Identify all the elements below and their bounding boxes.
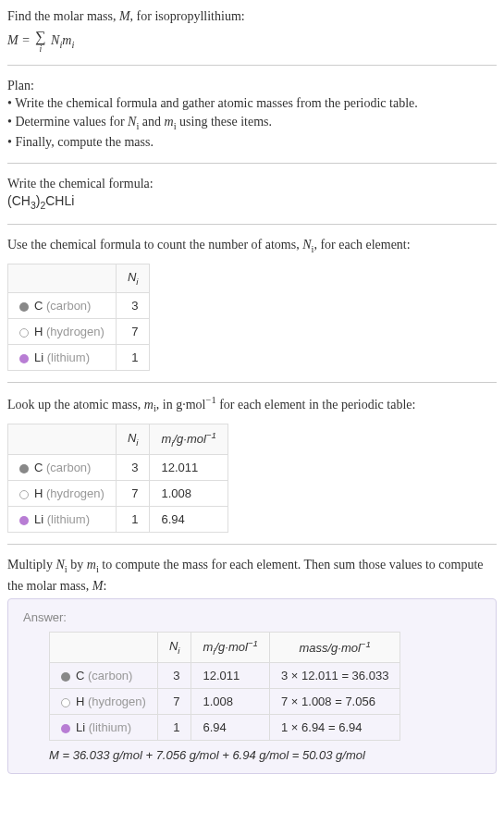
- compute-prefix: Multiply: [7, 558, 56, 572]
- chem-p3: CHLi: [45, 193, 74, 208]
- sigma-icon: ∑: [35, 29, 45, 44]
- empty-header: [8, 424, 117, 455]
- intro-var-m: M: [119, 9, 130, 23]
- formula-lhs: M: [7, 33, 18, 47]
- hydrogen-count: 7: [116, 319, 150, 345]
- compute-mid1: by: [68, 558, 87, 572]
- ni-header: Ni: [116, 264, 150, 293]
- ni-header-sub: i: [136, 277, 138, 287]
- carbon-symbol: C: [34, 299, 43, 313]
- carbon-count: 3: [157, 663, 191, 689]
- carbon-symbol: C: [76, 669, 84, 682]
- chem-formula-section: Write the chemical formula: (CH3)2CHLi: [7, 175, 497, 213]
- chem-title: Write the chemical formula:: [7, 175, 497, 193]
- mi-header: mi/g·mol−1: [191, 633, 270, 663]
- mi-header-unit: /g·mol: [215, 640, 247, 654]
- count-suffix: , for each element:: [313, 238, 410, 252]
- lookup-prefix: Look up the atomic mass,: [7, 398, 144, 412]
- lookup-mid: , in g·mol: [156, 398, 206, 412]
- hydrogen-name: (hydrogen): [88, 695, 146, 708]
- carbon-count: 3: [116, 455, 150, 481]
- hydrogen-dot-icon: [19, 328, 29, 338]
- plan-b2-suffix: using these items.: [177, 115, 272, 129]
- mi-header-sup: −1: [248, 638, 258, 648]
- intro-text: Find the molar mass, M, for isopropyllit…: [7, 7, 497, 26]
- lithium-mass: 6.94: [150, 507, 228, 533]
- carbon-name: (carbon): [46, 461, 91, 474]
- mass-header: mass/g·mol−1: [270, 633, 400, 663]
- compute-section: Multiply Ni by mi to compute the mass fo…: [7, 556, 497, 774]
- mi-header-unit: /g·mol: [173, 432, 205, 446]
- table-row: C (carbon) 3 12.011: [8, 455, 228, 481]
- lookup-table: Ni mi/g·mol−1 C (carbon) 3 12.011 H (hyd…: [7, 424, 228, 533]
- carbon-dot-icon: [19, 302, 29, 312]
- count-text: Use the chemical formula to count the nu…: [7, 236, 497, 256]
- ni-header-var: N: [128, 431, 136, 445]
- table-row: C (carbon) 3: [8, 293, 150, 319]
- lithium-dot-icon: [19, 516, 29, 525]
- divider: [7, 163, 497, 164]
- count-var: N: [302, 238, 311, 252]
- mi-header-sup: −1: [206, 430, 216, 440]
- lithium-dot-icon: [61, 724, 70, 733]
- lithium-name: (lithium): [47, 350, 90, 364]
- count-section: Use the chemical formula to count the nu…: [7, 236, 497, 371]
- mass-header-text: mass/g·mol: [299, 642, 360, 656]
- chemical-formula: (CH3)2CHLi: [7, 192, 497, 212]
- divider: [7, 544, 497, 545]
- table-row: C (carbon) 3 12.011 3 × 12.011 = 36.033: [50, 663, 400, 689]
- answer-box: Answer: Ni mi/g·mol−1 mass/g·mol−1 C (ca…: [7, 598, 497, 774]
- plan-b2-var2: m: [165, 115, 174, 129]
- lithium-mass: 6.94: [191, 715, 270, 741]
- hydrogen-cell: H (hydrogen): [50, 689, 158, 715]
- carbon-name: (carbon): [88, 669, 132, 682]
- hydrogen-mass: 1.008: [191, 689, 270, 715]
- carbon-mass: 12.011: [191, 663, 270, 689]
- ni-header-sub: i: [178, 645, 179, 656]
- carbon-symbol: C: [34, 461, 43, 474]
- plan-bullet-3: • Finally, compute the mass.: [7, 133, 497, 152]
- table-row: Li (lithium) 1 6.94 1 × 6.94 = 6.94: [50, 715, 400, 741]
- hydrogen-cell: H (hydrogen): [8, 481, 117, 507]
- table-row: H (hydrogen) 7 1.008: [8, 481, 228, 507]
- lookup-suffix: for each element in the periodic table:: [216, 398, 416, 412]
- lookup-var: m: [144, 398, 154, 412]
- table-row: Li (lithium) 1 6.94: [8, 507, 228, 533]
- mass-header-sup: −1: [361, 639, 371, 649]
- formula-m-sub: i: [71, 40, 74, 50]
- carbon-mass: 12.011: [150, 455, 228, 481]
- lithium-symbol: Li: [34, 512, 43, 526]
- carbon-cell: C (carbon): [50, 663, 158, 689]
- intro-section: Find the molar mass, M, for isopropyllit…: [7, 7, 497, 54]
- lookup-sup: −1: [205, 395, 215, 405]
- lithium-count: 1: [116, 345, 150, 371]
- hydrogen-mass-calc: 7 × 1.008 = 7.056: [270, 689, 400, 715]
- final-var: M: [49, 748, 59, 762]
- compute-var3: M: [92, 579, 104, 593]
- empty-header: [50, 633, 158, 663]
- lookup-text: Look up the atomic mass, mi, in g·mol−1 …: [7, 394, 497, 416]
- plan-bullet-1: • Write the chemical formula and gather …: [7, 94, 497, 113]
- plan-b2-mid: and: [139, 115, 164, 129]
- carbon-cell: C (carbon): [8, 293, 117, 319]
- count-table: Ni C (carbon) 3 H (hydrogen) 7 Li (lithi…: [7, 264, 150, 371]
- lithium-count: 1: [116, 507, 150, 533]
- lithium-cell: Li (lithium): [8, 345, 117, 371]
- mi-header-var: m: [161, 432, 171, 446]
- divider: [7, 65, 497, 66]
- hydrogen-symbol: H: [34, 486, 43, 500]
- hydrogen-symbol: H: [34, 325, 43, 338]
- lithium-dot-icon: [19, 354, 29, 363]
- hydrogen-mass: 1.008: [150, 481, 228, 507]
- compute-suffix: :: [103, 579, 106, 593]
- formula-m: m: [62, 33, 71, 47]
- lithium-cell: Li (lithium): [50, 715, 158, 741]
- lithium-cell: Li (lithium): [8, 507, 117, 533]
- empty-header: [8, 264, 117, 293]
- ni-header-var: N: [128, 270, 136, 284]
- plan-b2-prefix: • Determine values for: [7, 115, 128, 129]
- hydrogen-cell: H (hydrogen): [8, 319, 117, 345]
- sum-index: i: [35, 44, 45, 54]
- final-text: = 36.033 g/mol + 7.056 g/mol + 6.94 g/mo…: [59, 748, 365, 762]
- hydrogen-name: (hydrogen): [46, 486, 104, 500]
